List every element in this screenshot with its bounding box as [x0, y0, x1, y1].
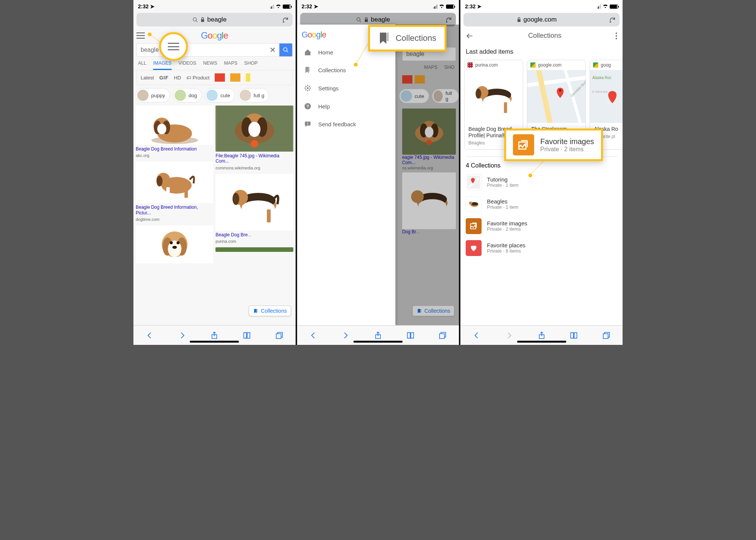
- tab-maps[interactable]: MAPS: [224, 61, 237, 70]
- related-chips: puppy dog cute full g: [133, 85, 296, 106]
- drawer-settings[interactable]: Settings: [297, 79, 395, 97]
- callout-favorite-images: Favorite images Private · 2 items: [504, 129, 603, 161]
- overflow-icon[interactable]: [615, 32, 617, 40]
- menu-icon[interactable]: [136, 33, 145, 39]
- dog-icon: [466, 196, 482, 212]
- tab-images[interactable]: IMAGES: [153, 61, 172, 70]
- color-swatch[interactable]: [246, 73, 250, 82]
- reload-icon[interactable]: [609, 16, 616, 23]
- share-icon[interactable]: [374, 331, 382, 340]
- share-icon[interactable]: [210, 331, 218, 340]
- result-title[interactable]: File:Beagle 745.jpg - Wikimedia Com...: [215, 153, 293, 164]
- tabs-icon[interactable]: [275, 331, 284, 340]
- forward-icon[interactable]: [178, 331, 186, 340]
- svg-point-68: [616, 33, 617, 34]
- lock-icon: [200, 17, 205, 22]
- collection-row-favorite-images[interactable]: Favorite imagesPrivate · 2 items: [460, 215, 623, 237]
- bookmarks-icon[interactable]: [570, 331, 578, 340]
- tab-videos[interactable]: VIDEOS: [178, 61, 196, 70]
- callout-hamburger: [159, 32, 188, 61]
- image-result[interactable]: [215, 174, 293, 231]
- search-icon: [192, 17, 198, 23]
- collections-header: Collections: [460, 28, 623, 43]
- svg-rect-38: [257, 309, 258, 312]
- collections-button[interactable]: Collections: [412, 306, 454, 316]
- tab-shopping[interactable]: SHOP: [244, 61, 257, 70]
- filter-hd[interactable]: HD: [174, 75, 181, 81]
- chip[interactable]: puppy: [136, 88, 170, 102]
- result-title[interactable]: Beagle Dog Breed Information, Pictur...: [136, 205, 213, 216]
- bookmark-icon: [253, 308, 259, 314]
- svg-rect-35: [267, 209, 271, 222]
- search-input[interactable]: [137, 43, 266, 56]
- tabs-icon[interactable]: [438, 331, 447, 340]
- share-icon[interactable]: [538, 331, 546, 340]
- chip[interactable]: cute: [205, 88, 235, 102]
- time: 2:32: [138, 3, 149, 9]
- reload-icon[interactable]: [282, 16, 289, 23]
- forward-icon[interactable]: [341, 331, 350, 340]
- image-result[interactable]: [215, 106, 293, 152]
- svg-point-29: [248, 122, 260, 137]
- image-result[interactable]: [136, 225, 213, 263]
- filter-gif[interactable]: GIF: [159, 75, 169, 81]
- drawer-collections[interactable]: Collections: [297, 61, 395, 79]
- back-icon[interactable]: [146, 331, 154, 340]
- back-icon[interactable]: [309, 331, 318, 340]
- result-title[interactable]: Beagle Dog Bre...: [215, 232, 293, 237]
- svg-point-3: [284, 48, 287, 51]
- status-bar: 2:32➤: [133, 0, 296, 11]
- address-bar[interactable]: google.com: [463, 13, 620, 26]
- drawer-help[interactable]: ?Help: [297, 97, 395, 115]
- svg-text:?: ?: [306, 104, 309, 109]
- location-icon: ➤: [150, 3, 155, 9]
- bookmarks-icon[interactable]: [243, 331, 251, 340]
- svg-rect-41: [276, 334, 281, 338]
- tabs-icon[interactable]: [602, 331, 610, 340]
- filter-latest[interactable]: Latest: [141, 75, 154, 81]
- svg-text:Alaska Roc: Alaska Roc: [592, 76, 612, 80]
- back-arrow-icon[interactable]: [466, 32, 474, 40]
- home-indicator: [353, 341, 403, 343]
- result-title[interactable]: Beagle Dog Breed Information: [136, 146, 213, 152]
- image-result[interactable]: [136, 106, 213, 145]
- color-swatch[interactable]: [230, 73, 240, 82]
- bookmark-icon: [304, 66, 311, 74]
- image-result[interactable]: [215, 247, 293, 252]
- svg-point-30: [251, 140, 258, 147]
- svg-rect-64: [420, 309, 421, 312]
- svg-point-20: [170, 241, 173, 244]
- phone-3: 2:32➤ google.com Collections Last added …: [460, 0, 623, 345]
- back-icon[interactable]: [472, 331, 481, 340]
- map-icon: [466, 174, 482, 190]
- tab-news[interactable]: NEWS: [203, 61, 217, 70]
- feedback-icon: !: [304, 121, 311, 127]
- svg-rect-74: [486, 102, 490, 113]
- image-result[interactable]: [136, 161, 213, 203]
- svg-point-91: [469, 201, 472, 205]
- result-source: dogtime.com: [136, 217, 213, 222]
- address-bar[interactable]: beagle: [136, 13, 293, 26]
- home-icon: [304, 49, 311, 56]
- tab-all[interactable]: ALL: [138, 61, 146, 70]
- chip[interactable]: full g: [238, 88, 270, 102]
- chip[interactable]: dog: [173, 88, 202, 102]
- clear-icon[interactable]: ✕: [266, 43, 279, 56]
- help-icon: ?: [304, 102, 311, 110]
- svg-line-1: [196, 20, 198, 22]
- svg-point-70: [616, 38, 617, 39]
- svg-point-22: [172, 246, 177, 249]
- collections-button[interactable]: Collections: [249, 306, 291, 316]
- annotation-dot: [354, 63, 358, 67]
- collection-row[interactable]: BeaglesPrivate · 1 item: [460, 193, 623, 215]
- search-button[interactable]: [279, 43, 292, 56]
- drawer-feedback[interactable]: !Send feedback: [297, 115, 395, 133]
- collection-row[interactable]: Favorite placesPrivate · 8 items: [460, 237, 623, 259]
- bookmarks-icon[interactable]: [406, 331, 415, 340]
- gear-icon: [304, 84, 311, 92]
- reload-icon[interactable]: [445, 16, 452, 23]
- home-indicator: [190, 341, 239, 343]
- filter-product[interactable]: 🏷 Product: [186, 75, 209, 81]
- color-swatch[interactable]: [215, 73, 225, 82]
- collection-row[interactable]: TutoringPrivate · 1 item: [460, 171, 623, 193]
